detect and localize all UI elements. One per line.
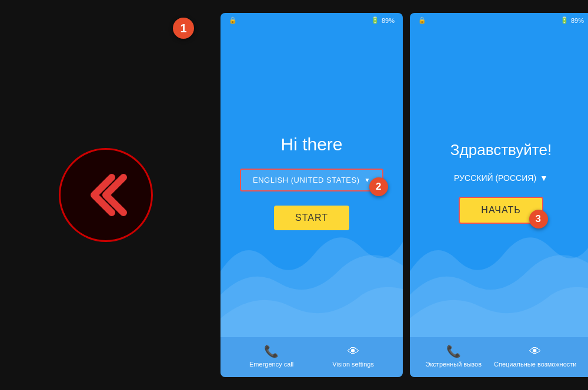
app-logo [59, 148, 153, 242]
emergency-call-action-2[interactable]: 📞 Экстренный вызов [426, 344, 482, 368]
language-dropdown-2[interactable]: РУССКИЙ (РОССИЯ) ▼ [454, 173, 548, 183]
vision-settings-action-1[interactable]: 👁 Vision settings [332, 345, 374, 368]
lock-icon-2: 🔒 [418, 16, 426, 24]
battery-info-1: 🔋 89% [371, 16, 395, 24]
battery-info-2: 🔋 89% [560, 16, 584, 24]
language-value-2: РУССКИЙ (РОССИЯ) [454, 173, 536, 183]
greeting-text-2: Здравствуйте! [450, 141, 552, 159]
screen1-content: Hi there ENGLISH (UNITED STATES) ▼ 2 STA… [220, 28, 403, 337]
lock-icon-1: 🔒 [229, 16, 237, 24]
badge-3: 3 [529, 210, 548, 228]
battery-percent-2: 89% [571, 17, 584, 24]
language-dropdown-1[interactable]: ENGLISH (UNITED STATES) ▼ 2 [240, 169, 383, 191]
dropdown-arrow-1: ▼ [365, 177, 370, 183]
screen2-wrapper: 🔒 🔋 89% Здравствуйте! РУССКИЙ (РОССИЯ) ▼ [407, 0, 588, 390]
vision-settings-label-1: Vision settings [332, 361, 374, 368]
screen1-wrapper: 🔒 🔋 89% Hi there ENGLISH (UNITED STATES)… [218, 0, 406, 390]
left-panel: 1 [0, 0, 212, 390]
screen2-content: Здравствуйте! РУССКИЙ (РОССИЯ) ▼ НАЧАТЬ … [410, 28, 588, 337]
eye-icon-2: 👁 [529, 345, 541, 358]
bottom-bar-2: 📞 Экстренный вызов 👁 Специальные возможн… [410, 337, 588, 377]
badge-1: 1 [173, 18, 194, 39]
eye-icon-1: 👁 [348, 345, 359, 358]
phone-screen-1: 🔒 🔋 89% Hi there ENGLISH (UNITED STATES)… [220, 13, 403, 377]
status-bar-1: 🔒 🔋 89% [220, 13, 403, 28]
phone-screen-2: 🔒 🔋 89% Здравствуйте! РУССКИЙ (РОССИЯ) ▼ [410, 13, 588, 377]
badge-2: 2 [369, 177, 388, 196]
bottom-bar-1: 📞 Emergency call 👁 Vision settings [220, 337, 403, 377]
battery-icon-1: 🔋 [371, 16, 379, 24]
battery-percent-1: 89% [382, 17, 395, 24]
start-button-2-label: НАЧАТЬ [481, 205, 520, 215]
emergency-call-label-2: Экстренный вызов [426, 361, 482, 368]
emergency-call-label-1: Emergency call [249, 361, 293, 368]
vision-settings-action-2[interactable]: 👁 Специальные возможности [494, 345, 576, 368]
phone-icon-2: 📞 [446, 344, 461, 358]
vision-settings-label-2: Специальные возможности [494, 361, 576, 368]
phone-icon-1: 📞 [264, 344, 279, 358]
status-bar-2: 🔒 🔋 89% [410, 13, 588, 28]
battery-icon-2: 🔋 [560, 16, 569, 24]
greeting-text-1: Hi there [280, 135, 342, 154]
emergency-call-action-1[interactable]: 📞 Emergency call [249, 344, 293, 368]
dropdown-arrow-2: ▼ [540, 173, 548, 183]
screens-container: 🔒 🔋 89% Hi there ENGLISH (UNITED STATES)… [212, 0, 588, 390]
start-button-2[interactable]: НАЧАТЬ 3 [459, 197, 543, 224]
start-button-1[interactable]: START [274, 206, 349, 230]
language-value-1: ENGLISH (UNITED STATES) [253, 176, 359, 184]
